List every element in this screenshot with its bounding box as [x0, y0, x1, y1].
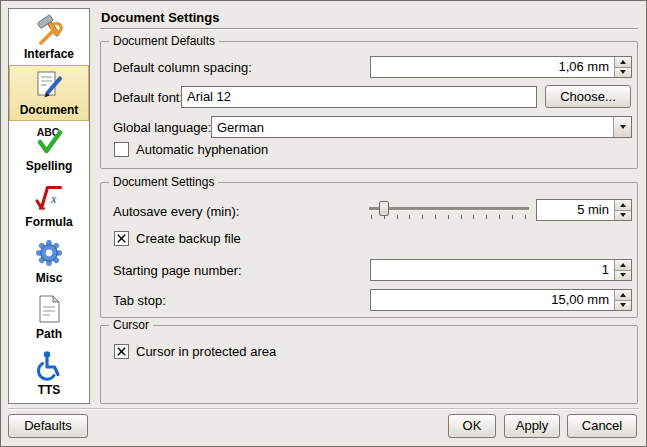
slider-groove[interactable] — [369, 207, 529, 211]
group-title: Document Defaults — [109, 34, 219, 48]
gear-icon — [33, 237, 65, 269]
cursor-protected-label: Cursor in protected area — [136, 344, 276, 359]
spin-up-button[interactable] — [615, 200, 631, 211]
spin-down-button[interactable] — [615, 68, 631, 78]
arrow-down-icon — [620, 273, 626, 277]
column-spacing-label: Default column spacing: — [113, 60, 252, 75]
spin-buttons — [614, 290, 631, 310]
group-cursor: Cursor Cursor in protected area — [100, 325, 638, 404]
global-language-dropdown[interactable]: German — [211, 116, 632, 138]
spin-down-button[interactable] — [615, 211, 631, 221]
autosave-label: Autosave every (min): — [113, 204, 239, 219]
global-language-label: Global language: — [113, 120, 211, 135]
choose-font-button[interactable]: Choose... — [545, 85, 631, 108]
header-divider — [100, 28, 638, 30]
sidebar-item-label: Path — [36, 327, 62, 341]
check-x-icon — [116, 346, 127, 357]
sidebar-item-spelling[interactable]: ABC Spelling — [9, 121, 89, 177]
file-path-icon — [33, 293, 65, 325]
create-backup-checkbox[interactable] — [114, 231, 129, 246]
arrow-up-icon — [620, 263, 626, 267]
arrow-down-icon — [620, 213, 626, 217]
slider-thumb[interactable] — [379, 201, 389, 216]
autosave-value[interactable]: 5 min — [537, 200, 614, 220]
check-x-icon — [116, 233, 127, 244]
tab-stop-spinbox[interactable]: 15,00 mm — [370, 289, 632, 311]
column-spacing-spinbox[interactable]: 1,06 mm — [370, 56, 632, 78]
spin-buttons — [614, 260, 631, 280]
sidebar-item-misc[interactable]: Misc — [9, 233, 89, 289]
create-backup-row[interactable]: Create backup file — [114, 231, 241, 246]
sidebar-item-document[interactable]: Document — [9, 65, 89, 121]
defaults-button[interactable]: Defaults — [8, 414, 88, 438]
spellcheck-icon: ABC — [33, 125, 65, 157]
sidebar-item-path[interactable]: Path — [9, 289, 89, 345]
starting-page-label: Starting page number: — [113, 263, 242, 278]
spin-up-button[interactable] — [615, 290, 631, 301]
cursor-protected-checkbox[interactable] — [114, 344, 129, 359]
automatic-hyphenation-label: Automatic hyphenation — [136, 142, 268, 157]
sidebar-item-label: Spelling — [26, 159, 73, 173]
arrow-up-icon — [620, 203, 626, 207]
settings-category-list: Interface Document ABC Spelling — [8, 8, 90, 404]
spin-up-button[interactable] — [615, 57, 631, 68]
formula-icon: x — [33, 181, 65, 213]
spin-up-button[interactable] — [615, 260, 631, 271]
document-edit-icon — [33, 69, 65, 101]
tab-stop-value[interactable]: 15,00 mm — [371, 290, 614, 310]
cursor-protected-row[interactable]: Cursor in protected area — [114, 344, 276, 359]
arrow-down-icon — [620, 303, 626, 307]
apply-button[interactable]: Apply — [504, 414, 560, 438]
spin-down-button[interactable] — [615, 271, 631, 281]
global-language-value: German — [212, 120, 613, 135]
default-font-label: Default font: — [113, 90, 183, 105]
slider-ticks — [371, 215, 527, 219]
sidebar-item-interface[interactable]: Interface — [9, 9, 89, 65]
group-title: Cursor — [109, 318, 153, 332]
column-spacing-value[interactable]: 1,06 mm — [371, 57, 614, 77]
tools-icon — [33, 13, 65, 45]
spin-buttons — [614, 57, 631, 77]
accessibility-icon — [33, 349, 65, 381]
document-settings-dialog: Interface Document ABC Spelling — [0, 0, 647, 447]
starting-page-value[interactable]: 1 — [371, 260, 614, 280]
sidebar-item-label: Formula — [25, 215, 72, 229]
automatic-hyphenation-checkbox[interactable] — [114, 142, 129, 157]
cancel-button[interactable]: Cancel — [567, 414, 637, 438]
tab-stop-label: Tab stop: — [113, 293, 166, 308]
sidebar-item-tts[interactable]: TTS — [9, 345, 89, 401]
autosave-spinbox[interactable]: 5 min — [536, 199, 632, 221]
arrow-up-icon — [620, 293, 626, 297]
chevron-down-icon — [613, 117, 631, 137]
create-backup-label: Create backup file — [136, 231, 241, 246]
sidebar-item-formula[interactable]: x Formula — [9, 177, 89, 233]
default-font-field[interactable]: Arial 12 — [181, 86, 537, 108]
group-document-defaults: Document Defaults Default column spacing… — [100, 41, 638, 169]
sidebar-item-label: Interface — [24, 47, 74, 61]
arrow-up-icon — [620, 60, 626, 64]
autosave-slider[interactable] — [369, 200, 529, 220]
spin-buttons — [614, 200, 631, 220]
sidebar-item-label: TTS — [38, 383, 61, 397]
page-title: Document Settings — [101, 10, 219, 25]
arrow-down-icon — [620, 70, 626, 74]
sidebar-item-label: Misc — [36, 271, 63, 285]
spin-down-button[interactable] — [615, 301, 631, 311]
group-document-settings: Document Settings Autosave every (min): … — [100, 182, 638, 318]
svg-text:x: x — [50, 192, 57, 206]
automatic-hyphenation-row[interactable]: Automatic hyphenation — [114, 142, 268, 157]
ok-button[interactable]: OK — [448, 414, 496, 438]
sidebar-item-label: Document — [20, 103, 79, 117]
footer-divider — [8, 408, 639, 410]
group-title: Document Settings — [109, 175, 218, 189]
starting-page-spinbox[interactable]: 1 — [370, 259, 632, 281]
